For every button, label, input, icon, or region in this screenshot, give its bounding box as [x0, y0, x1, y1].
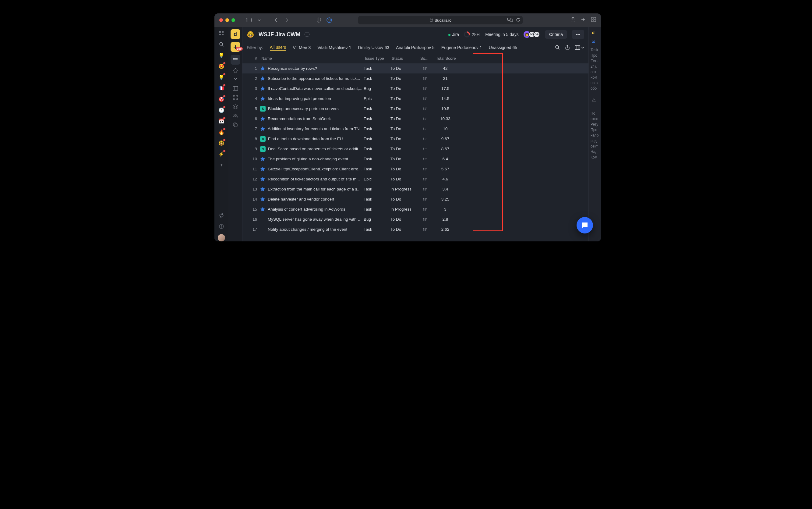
search-icon[interactable] — [555, 45, 560, 50]
col-name[interactable]: Name — [260, 56, 364, 61]
sort-icon[interactable] — [419, 157, 431, 161]
filter-active[interactable]: All users — [270, 45, 286, 50]
sync-icon[interactable] — [218, 212, 225, 219]
export-icon[interactable] — [565, 45, 569, 50]
address-bar[interactable]: ducalis.io — [358, 16, 523, 24]
sort-icon[interactable] — [419, 127, 431, 131]
table-row[interactable]: 11GuzzleHttp\Exception\ClientException: … — [243, 164, 588, 174]
columns-icon[interactable] — [232, 86, 238, 92]
more-menu[interactable]: ••• — [572, 30, 584, 39]
sidebar-toggle-icon[interactable] — [246, 17, 252, 24]
table-row[interactable]: 13Extraction from the main call for each… — [243, 184, 588, 194]
shield-icon[interactable] — [316, 17, 322, 24]
sort-icon[interactable] — [419, 137, 431, 141]
grid4-icon[interactable] — [232, 95, 238, 101]
table-row[interactable]: 7Additional inventory for events and tic… — [243, 124, 588, 134]
col-sort[interactable]: So... — [419, 56, 431, 61]
share-icon[interactable] — [570, 17, 575, 24]
row-type: Task — [364, 76, 391, 81]
sort-icon[interactable] — [419, 188, 431, 191]
calendar-icon[interactable]: 📅 — [218, 117, 225, 124]
table-row[interactable]: 1Recognize sector by rows?TaskTo Do42 — [243, 63, 588, 73]
table-row[interactable]: 88Find a tool to download data from the … — [243, 134, 588, 144]
list-board[interactable] — [230, 55, 240, 65]
checkbox-icon[interactable]: ☑ — [590, 39, 595, 43]
col-num[interactable]: # — [246, 56, 260, 61]
translate-icon[interactable] — [508, 18, 513, 23]
star-outline-icon[interactable] — [232, 68, 238, 74]
help-icon[interactable]: ? — [218, 223, 225, 230]
sort-icon[interactable] — [419, 177, 431, 181]
sort-icon[interactable] — [419, 167, 431, 171]
col-issuetype[interactable]: Issue Type — [364, 56, 391, 61]
sort-icon[interactable] — [419, 217, 431, 221]
sort-icon[interactable] — [419, 147, 431, 151]
maximize-window[interactable] — [231, 18, 235, 22]
table-row[interactable]: 55Blocking unnecessary ports on serversT… — [243, 104, 588, 114]
nerd-icon[interactable]: 🤓 — [218, 140, 225, 146]
grid-icon[interactable] — [218, 30, 225, 37]
table-row[interactable]: 99Deal Score based on properties of tick… — [243, 144, 588, 154]
add-icon[interactable]: ＋ — [218, 162, 225, 168]
workspace-d[interactable]: d — [230, 29, 240, 39]
col-total[interactable]: Total Score — [431, 56, 459, 61]
copy-icon[interactable] — [232, 122, 238, 128]
table-row[interactable]: 2Subscribe to the appearance of tickets … — [243, 73, 588, 83]
table-row[interactable]: 12Recognition of ticket sectors and outp… — [243, 174, 588, 184]
search-icon[interactable] — [218, 41, 225, 47]
bolt-icon[interactable]: ⚡ — [218, 150, 225, 157]
extension-icon[interactable] — [326, 17, 333, 24]
table-row[interactable]: 16MySQL server has gone away when dealin… — [243, 214, 588, 224]
tab-overview-icon[interactable] — [591, 17, 596, 23]
lightbulb-icon[interactable]: 💡 — [218, 52, 225, 59]
sort-icon[interactable] — [419, 67, 431, 70]
lightbulb-alt-icon[interactable]: 💡 — [218, 74, 225, 80]
criteria-button[interactable]: Criteria — [545, 30, 567, 39]
nav-forward[interactable] — [283, 17, 290, 24]
table-row[interactable]: 17Notify about changes / merging of the … — [243, 224, 588, 234]
sort-icon[interactable] — [419, 228, 431, 231]
table-row[interactable]: 6Recommendations from SeatGeekTaskTo Do1… — [243, 114, 588, 124]
sort-icon[interactable] — [419, 198, 431, 201]
new-tab-icon[interactable] — [581, 17, 586, 23]
table-row[interactable]: 15Analysis of concert advertising in AdW… — [243, 204, 588, 214]
table-row[interactable]: 3If saveContactData was never called on … — [243, 83, 588, 94]
table-row[interactable]: 10The problem of gluing a non-changing e… — [243, 154, 588, 164]
filter-option[interactable]: Anatolii Polikarpov 5 — [396, 45, 435, 50]
chevron-down-icon[interactable] — [256, 17, 263, 24]
flag-icon[interactable]: 🇫🇷 — [218, 85, 225, 92]
svg-rect-10 — [591, 20, 593, 22]
people-icon[interactable]: + — [232, 113, 238, 119]
minimize-window[interactable] — [225, 18, 229, 22]
sort-icon[interactable] — [419, 77, 431, 80]
info-icon[interactable]: i — [304, 32, 309, 37]
row-score: 5.67 — [431, 167, 459, 171]
filter-option[interactable]: Dmitry Uskov 63 — [358, 45, 389, 50]
sort-icon[interactable] — [419, 87, 431, 91]
col-status[interactable]: Status — [391, 56, 419, 61]
reload-icon[interactable] — [516, 18, 520, 23]
sort-icon[interactable] — [419, 107, 431, 111]
intercom-chat-button[interactable] — [577, 217, 593, 234]
target-icon[interactable]: 🎯 — [218, 96, 225, 102]
filter-option[interactable]: Unassigned 65 — [489, 45, 517, 50]
table-row[interactable]: 4Ideas for improving paid promotionEpicT… — [243, 94, 588, 104]
close-window[interactable] — [219, 18, 223, 22]
sort-icon[interactable] — [419, 208, 431, 211]
avatar-group[interactable]: 👩 DC GP — [524, 31, 540, 38]
filter-option[interactable]: Vit Mee 3 — [293, 45, 311, 50]
fire-icon[interactable]: 🔥 — [218, 129, 225, 135]
user-avatar[interactable] — [218, 234, 225, 241]
filter-option[interactable]: Vitalii Myshliaev 1 — [318, 45, 351, 50]
chevron-down-icon[interactable] — [233, 77, 237, 82]
view-switch[interactable] — [575, 45, 584, 50]
filter-option[interactable]: Eugene Podosenov 1 — [441, 45, 482, 50]
layers-icon[interactable] — [232, 104, 238, 110]
clock-icon[interactable]: 🕐 — [218, 107, 225, 113]
sort-icon[interactable] — [419, 97, 431, 101]
table-row[interactable]: 14Delete harvester and vendor concertTas… — [243, 194, 588, 204]
detail-text: на в — [590, 81, 598, 85]
heart-eyes-icon[interactable]: 😍 — [218, 63, 225, 69]
sort-icon[interactable] — [419, 117, 431, 121]
nav-back[interactable] — [273, 17, 280, 24]
